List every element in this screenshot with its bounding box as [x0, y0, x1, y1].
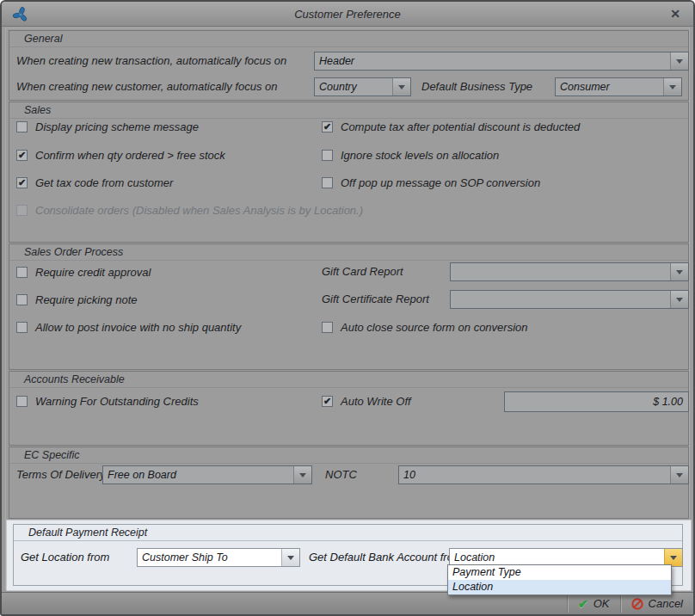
chevron-down-icon: [299, 473, 306, 477]
business-type-label: Default Business Type: [421, 80, 532, 94]
gift-certificate-report-combo[interactable]: [450, 290, 689, 309]
dropdown-button[interactable]: [293, 466, 311, 484]
group-sop-caption: Sales Order Process: [9, 244, 688, 261]
chevron-down-icon: [398, 85, 405, 89]
chevron-down-icon: [676, 59, 683, 64]
checkbox-box[interactable]: ✔: [16, 177, 28, 188]
checkbox-box: [16, 205, 28, 216]
checkbox-label: Allow to post invoice with no ship quant…: [35, 321, 241, 334]
dropdown-button[interactable]: [670, 263, 688, 280]
checkbox-label: Warning For Outstanding Credits: [35, 395, 199, 408]
group-general: General When creating new transaction, a…: [9, 30, 689, 101]
customer-preference-dialog: Customer Preference ✕ General When creat…: [0, 0, 695, 616]
get-location-from-value: Customer Ship To: [138, 549, 281, 566]
cancel-icon: [631, 598, 643, 610]
checkbox-box[interactable]: ✔: [322, 396, 333, 407]
checkbox-auto-write-off[interactable]: ✔ Auto Write Off: [322, 394, 411, 408]
ok-check-icon: ✔: [578, 597, 588, 611]
notc-combo[interactable]: 10: [398, 465, 689, 484]
chevron-down-icon: [670, 556, 677, 560]
dropdown-button[interactable]: [663, 78, 681, 95]
checkbox-label: Require picking note: [35, 293, 138, 306]
gift-certificate-report-value: [451, 291, 670, 308]
focus-transaction-label: When creating new transaction, automatic…: [16, 54, 286, 68]
dropdown-option-location[interactable]: Location: [448, 580, 671, 594]
terms-of-delivery-combo[interactable]: Free on Board: [102, 465, 312, 484]
checkbox-require-picking[interactable]: Require picking note: [16, 293, 138, 306]
bank-account-dropdown-list: Payment Type Location: [447, 564, 672, 595]
gift-card-report-value: [451, 263, 670, 280]
gift-card-report-combo[interactable]: [450, 262, 689, 281]
checkbox-box[interactable]: [322, 322, 333, 333]
chevron-down-icon: [676, 270, 683, 274]
dropdown-button[interactable]: [281, 549, 299, 566]
group-sales-caption: Sales: [9, 102, 688, 119]
cancel-button-label: Cancel: [649, 597, 683, 610]
checkbox-label: Ignore stock levels on allocation: [341, 149, 499, 162]
checkbox-label: Off pop up message on SOP conversion: [341, 176, 540, 189]
focus-customer-label: When creating new customer, automaticall…: [16, 80, 277, 94]
group-ec-caption: EC Specific: [9, 447, 688, 464]
chevron-down-icon: [676, 473, 683, 477]
checkbox-confirm-qty[interactable]: ✔ Confirm when qty ordered > free stock: [16, 148, 225, 162]
focus-transaction-combo[interactable]: Header: [314, 52, 689, 71]
dropdown-button[interactable]: [670, 291, 688, 308]
checkbox-box[interactable]: [322, 177, 333, 188]
get-bank-account-from-label: Get Default Bank Account from: [309, 551, 463, 564]
checkbox-label: Confirm when qty ordered > free stock: [35, 149, 225, 162]
write-off-amount-field[interactable]: $ 1.00: [504, 391, 689, 412]
checkbox-box[interactable]: [16, 267, 28, 278]
checkbox-display-pricing[interactable]: Display pricing scheme message: [16, 120, 199, 133]
checkbox-label: Display pricing scheme message: [35, 120, 199, 133]
dropdown-button[interactable]: [392, 78, 410, 95]
notc-value: 10: [399, 466, 670, 484]
chevron-down-icon: [676, 298, 683, 302]
group-accounts-receivable: Accounts Receivable Warning For Outstand…: [9, 371, 689, 446]
checkbox-allow-post-invoice[interactable]: Allow to post invoice with no ship quant…: [16, 320, 241, 334]
focus-customer-value: Country: [315, 78, 392, 95]
get-location-from-combo[interactable]: Customer Ship To: [137, 548, 300, 567]
terms-of-delivery-label: Terms Of Delivery: [16, 468, 106, 482]
dropdown-button-open[interactable]: [664, 549, 682, 566]
group-sales: Sales Display pricing scheme message ✔ C…: [9, 102, 689, 243]
checkbox-get-tax-code[interactable]: ✔ Get tax code from customer: [16, 176, 173, 189]
group-ar-caption: Accounts Receivable: [9, 372, 688, 388]
checkbox-off-popup-sop[interactable]: Off pop up message on SOP conversion: [322, 176, 540, 189]
close-icon[interactable]: ✕: [666, 5, 685, 22]
checkbox-warning-credits[interactable]: Warning For Outstanding Credits: [16, 394, 199, 408]
checkbox-auto-close-source[interactable]: Auto close source form on conversion: [322, 320, 528, 334]
get-bank-account-from-value: Location: [450, 549, 664, 566]
checkbox-label: Auto Write Off: [341, 395, 411, 408]
checkbox-label: Auto close source form on conversion: [341, 321, 528, 334]
checkbox-box[interactable]: ✔: [16, 150, 28, 161]
checkbox-consolidate-orders: Consolidate orders (Disabled when Sales …: [16, 203, 363, 217]
dropdown-button[interactable]: [670, 466, 688, 484]
group-dpr-caption: Default Payment Receipt: [14, 525, 682, 541]
terms-of-delivery-value: Free on Board: [103, 466, 293, 484]
checkbox-box[interactable]: [322, 150, 333, 161]
dropdown-button[interactable]: [670, 52, 688, 70]
checkbox-require-credit[interactable]: Require credit approval: [16, 265, 151, 279]
checkbox-box[interactable]: [16, 294, 28, 305]
cancel-button[interactable]: Cancel: [621, 593, 693, 614]
checkbox-label: Get tax code from customer: [35, 176, 173, 189]
checkbox-compute-tax[interactable]: ✔ Compute tax after potential discount i…: [322, 120, 580, 133]
ok-button-label: OK: [594, 597, 610, 610]
focus-customer-combo[interactable]: Country: [314, 77, 411, 96]
notc-label: NOTC: [325, 468, 357, 482]
business-type-combo[interactable]: Consumer: [555, 77, 682, 96]
chevron-down-icon: [669, 85, 676, 89]
dropdown-option-payment-type[interactable]: Payment Type: [448, 565, 671, 580]
group-sales-order-process: Sales Order Process Require credit appro…: [9, 243, 689, 370]
checkbox-box[interactable]: [16, 121, 28, 132]
checkbox-box[interactable]: [16, 322, 28, 333]
checkbox-ignore-stock[interactable]: Ignore stock levels on allocation: [322, 148, 499, 162]
business-type-value: Consumer: [556, 78, 663, 95]
chevron-down-icon: [287, 556, 294, 560]
checkbox-box[interactable]: [16, 396, 28, 407]
focus-transaction-value: Header: [315, 52, 670, 70]
title-bar: Customer Preference ✕: [2, 2, 693, 27]
ok-button[interactable]: ✔ OK: [568, 593, 620, 614]
checkbox-box[interactable]: ✔: [322, 121, 333, 132]
group-ec-specific: EC Specific Terms Of Delivery Free on Bo…: [9, 447, 689, 519]
